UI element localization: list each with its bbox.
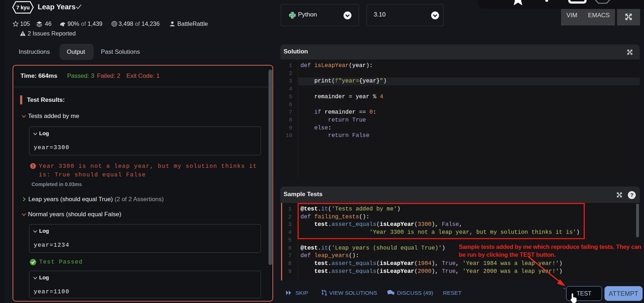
svg-text:7 kyu: 7 kyu — [16, 5, 29, 10]
svg-text:?: ? — [630, 192, 633, 198]
